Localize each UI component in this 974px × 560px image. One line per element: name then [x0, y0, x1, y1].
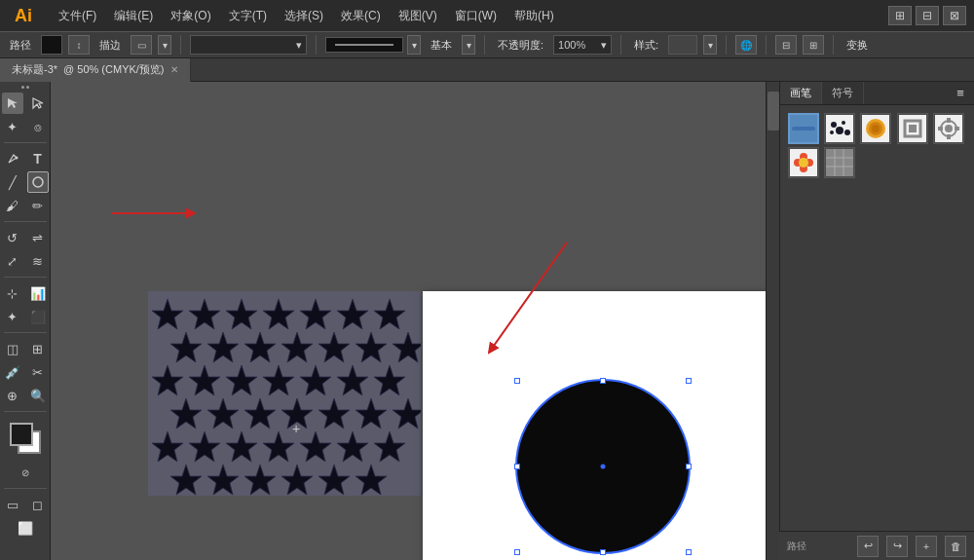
menu-select[interactable]: 选择(S): [277, 4, 331, 28]
arrange-icon[interactable]: ⊟: [775, 35, 797, 55]
menu-window[interactable]: 窗口(W): [447, 4, 505, 28]
rotate-tool[interactable]: ↺: [2, 227, 23, 248]
free-transform-tool[interactable]: ⊹: [2, 282, 23, 304]
brush-item-grid[interactable]: [824, 147, 855, 178]
stroke-icon[interactable]: ↕: [68, 35, 90, 55]
globe-icon[interactable]: 🌐: [735, 35, 757, 55]
circle-center: [601, 465, 606, 469]
brush-item-rect-stroke[interactable]: [897, 113, 928, 144]
tool-row-pen: T: [2, 148, 49, 169]
brush-item-flower[interactable]: [788, 147, 819, 178]
menu-edit[interactable]: 编辑(E): [106, 4, 161, 28]
handle-bottom[interactable]: [600, 549, 606, 555]
tab-brushes[interactable]: 画笔: [780, 82, 822, 104]
eyedropper-tool[interactable]: 💉: [2, 361, 23, 383]
handle-bottomleft[interactable]: [514, 549, 520, 555]
handle-left[interactable]: [514, 464, 520, 469]
handle-bottomright[interactable]: [686, 549, 692, 555]
tool-sep-2: [4, 221, 47, 222]
black-circle[interactable]: [515, 379, 691, 554]
menu-view[interactable]: 视图(V): [391, 4, 445, 28]
style-arrow[interactable]: ▾: [703, 35, 717, 55]
reflect-tool[interactable]: ⇌: [27, 227, 49, 248]
stroke-box[interactable]: ▭: [131, 35, 152, 55]
svg-rect-80: [826, 149, 853, 176]
panel-status-label: 路径: [787, 540, 806, 553]
symbol-spray-tool[interactable]: ✦: [2, 306, 23, 327]
pencil-tool[interactable]: ✏: [27, 195, 49, 216]
panel-delete-btn[interactable]: 🗑: [945, 536, 966, 557]
svg-marker-29: [207, 398, 239, 429]
column-graph-tool[interactable]: ⬛: [27, 306, 49, 327]
fill-color-front[interactable]: [10, 423, 33, 446]
stroke-preview[interactable]: [325, 37, 403, 53]
app-icon-3[interactable]: ⊠: [943, 6, 966, 25]
brush-item-orange[interactable]: [860, 113, 891, 144]
paintbrush-tool[interactable]: 🖌: [2, 195, 23, 216]
menu-object[interactable]: 对象(O): [163, 4, 218, 28]
presentation-mode[interactable]: ⬜: [15, 517, 36, 539]
canvas-area: +: [51, 82, 779, 560]
magic-wand-tool[interactable]: ✦: [2, 116, 23, 137]
menu-text[interactable]: 文字(T): [221, 4, 275, 28]
svg-rect-66: [909, 125, 917, 132]
panel-menu-icon[interactable]: ≡: [951, 84, 970, 103]
measure-tool[interactable]: ✂: [27, 361, 49, 383]
svg-marker-44: [244, 465, 276, 495]
line-tool[interactable]: ╱: [2, 171, 23, 193]
sep1: [180, 35, 181, 55]
stroke-weight[interactable]: ▾: [158, 35, 171, 55]
gradient-tool[interactable]: ◫: [2, 338, 23, 359]
arrange-icon2[interactable]: ⊞: [803, 35, 824, 55]
doc-tab-close[interactable]: ✕: [170, 64, 178, 75]
menu-file[interactable]: 文件(F): [51, 4, 104, 28]
brush-item-gear[interactable]: [933, 113, 964, 144]
brush-item-water[interactable]: [788, 113, 819, 144]
app-icon-2[interactable]: ⊟: [916, 6, 939, 25]
white-canvas: [423, 291, 779, 560]
graph-tool[interactable]: 📊: [27, 282, 49, 304]
svg-marker-9: [226, 299, 257, 329]
panel-redo-btn[interactable]: ↪: [886, 536, 908, 557]
stroke-style-arrow[interactable]: ▾: [407, 35, 421, 55]
svg-marker-30: [244, 398, 276, 429]
style-box[interactable]: [668, 35, 697, 55]
svg-marker-37: [226, 431, 257, 462]
select-tool[interactable]: [2, 93, 23, 114]
handle-right[interactable]: [686, 464, 692, 469]
svg-marker-16: [244, 332, 276, 362]
svg-marker-43: [207, 465, 239, 495]
opacity-dropdown[interactable]: 100% ▾: [553, 35, 612, 55]
stroke-dropdown[interactable]: ▾: [190, 35, 307, 55]
sep7: [833, 35, 834, 55]
svg-point-1: [33, 177, 43, 187]
scale-tool[interactable]: ⤢: [2, 250, 23, 272]
none-icon[interactable]: ⊘: [15, 462, 36, 483]
type-tool[interactable]: T: [27, 148, 49, 169]
basic-arrow[interactable]: ▾: [462, 35, 475, 55]
direct-select-tool[interactable]: [27, 93, 49, 114]
menu-help[interactable]: 帮助(H): [506, 4, 562, 28]
ellipse-tool[interactable]: [27, 171, 49, 193]
blend-tool[interactable]: ⊕: [2, 385, 23, 406]
pen-tool[interactable]: [2, 148, 23, 169]
svg-marker-39: [300, 431, 331, 462]
mesh-tool[interactable]: ⊞: [27, 338, 49, 359]
full-screen-mode[interactable]: ◻: [27, 494, 49, 515]
lasso-tool[interactable]: ⌾: [27, 116, 49, 137]
handle-top[interactable]: [600, 378, 606, 384]
app-icon-1[interactable]: ⊞: [888, 6, 912, 25]
brush-item-splatter[interactable]: [824, 113, 855, 144]
tab-symbols[interactable]: 符号: [822, 82, 864, 104]
panel-undo-btn[interactable]: ↩: [857, 536, 879, 557]
warp-tool[interactable]: ≋: [27, 250, 49, 272]
handle-topright[interactable]: [686, 378, 692, 384]
handle-topleft[interactable]: [514, 378, 520, 384]
scrollbar-vertical[interactable]: [766, 82, 779, 560]
fill-box[interactable]: [41, 35, 62, 55]
zoom-tool[interactable]: 🔍: [27, 385, 49, 406]
panel-new-btn[interactable]: +: [916, 536, 937, 557]
document-tab[interactable]: 未标题-3* @ 50% (CMYK/预览) ✕: [0, 58, 191, 82]
normal-screen-mode[interactable]: ▭: [2, 494, 23, 515]
menu-effect[interactable]: 效果(C): [333, 4, 389, 28]
